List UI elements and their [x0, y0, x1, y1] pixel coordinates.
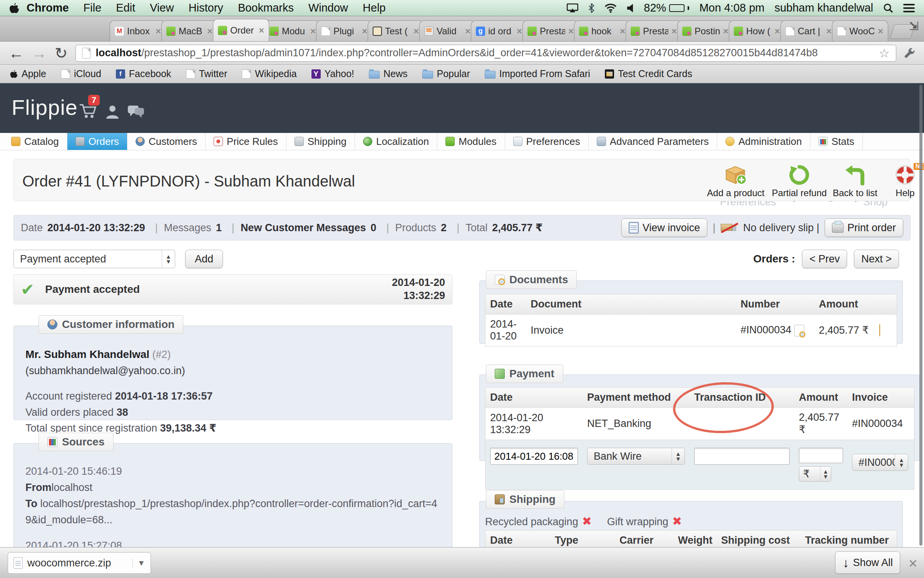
fullscreen-expand-icon[interactable]: ⇲: [909, 19, 919, 33]
nav-tab-orders[interactable]: Orders: [67, 133, 127, 150]
prev-order-button[interactable]: < Prev: [802, 250, 847, 268]
browser-tab[interactable]: Presta×: [522, 20, 579, 41]
tab-close-icon[interactable]: ×: [826, 26, 832, 37]
forward-button[interactable]: →: [32, 45, 47, 61]
browser-tab-active[interactable]: Order×: [213, 19, 269, 41]
cart-icon[interactable]: 7: [79, 103, 97, 119]
bookmark-yahoo[interactable]: YYahoo!: [311, 68, 354, 79]
battery-indicator[interactable]: 82%: [644, 2, 689, 14]
browser-tab[interactable]: MInbox×: [110, 20, 166, 41]
nav-tab-modules[interactable]: Modules: [437, 133, 505, 150]
nav-tab-price-rules[interactable]: Price Rules: [206, 133, 286, 150]
tab-close-icon[interactable]: ×: [517, 26, 522, 37]
tab-close-icon[interactable]: ×: [465, 26, 470, 37]
tab-close-icon[interactable]: ×: [207, 26, 213, 37]
browser-tab[interactable]: gid ord×: [471, 20, 527, 41]
nav-tab-shipping[interactable]: Shipping: [286, 133, 355, 150]
nav-tab-localization[interactable]: Localization: [355, 133, 437, 150]
browser-tab[interactable]: Postin×: [677, 20, 733, 41]
airplay-icon[interactable]: [567, 3, 578, 13]
chrome-menu-wrench-icon[interactable]: [904, 47, 916, 59]
messages-icon[interactable]: [127, 105, 145, 119]
menubar-item-window[interactable]: Window: [301, 2, 355, 14]
browser-tab[interactable]: WooC×: [832, 20, 888, 41]
download-options-chevron[interactable]: ▼: [132, 559, 145, 568]
browser-tab[interactable]: MacB×: [161, 20, 218, 41]
currency-select[interactable]: ₹ ▲▼: [799, 466, 831, 482]
bookmark-folder-popular[interactable]: Popular: [422, 68, 470, 79]
downloaded-file-button[interactable]: woocommerce.zip ▼: [8, 552, 151, 574]
tab-close-icon[interactable]: ×: [259, 25, 264, 36]
customers-online-icon[interactable]: [105, 105, 120, 119]
menubar-app-name[interactable]: Chrome: [19, 2, 76, 14]
browser-tab[interactable]: How (×: [729, 20, 785, 41]
nav-tab-customers[interactable]: Customers: [127, 133, 206, 150]
menubar-item-help[interactable]: Help: [355, 2, 393, 14]
wifi-icon[interactable]: [604, 3, 617, 13]
bookmark-folder-imported[interactable]: Imported From Safari: [485, 68, 590, 79]
tab-close-icon[interactable]: ×: [775, 26, 780, 37]
help-action[interactable]: NEW Help: [869, 164, 924, 198]
nav-tab-stats[interactable]: Stats: [810, 133, 863, 150]
edit-note-icon[interactable]: [879, 324, 880, 336]
menubar-item-file[interactable]: File: [76, 2, 109, 14]
next-order-button[interactable]: Next >: [854, 250, 899, 268]
payment-amount-input[interactable]: [799, 448, 843, 463]
add-product-action[interactable]: Add a product: [699, 164, 772, 198]
menubar-item-bookmarks[interactable]: Bookmarks: [231, 2, 301, 14]
browser-tab[interactable]: Plugi×: [316, 20, 372, 41]
bookmark-folder-news[interactable]: News: [369, 68, 408, 79]
tab-close-icon[interactable]: ×: [310, 26, 316, 37]
apple-menu-icon[interactable]: [9, 2, 19, 14]
browser-tab[interactable]: Valid×: [419, 20, 475, 41]
show-all-downloads-button[interactable]: ↓ Show All: [835, 551, 900, 574]
add-status-button[interactable]: Add: [185, 250, 223, 268]
address-bar[interactable]: localhost/prestashop_1/prestashop/admin1…: [75, 45, 896, 62]
bookmark-wikipedia[interactable]: Wikipedia: [242, 68, 296, 79]
tab-close-icon[interactable]: ×: [413, 26, 419, 37]
tab-close-icon[interactable]: ×: [723, 26, 728, 37]
bookmark-icloud[interactable]: iCloud: [61, 68, 101, 79]
shop-logo[interactable]: Flippie: [12, 95, 78, 120]
page-scrollbar[interactable]: [919, 85, 922, 546]
bookmark-test-credit-cards[interactable]: Test Credit Cards: [605, 68, 692, 79]
bookmark-apple[interactable]: Apple: [10, 68, 46, 79]
menubar-item-edit[interactable]: Edit: [109, 2, 142, 14]
browser-tab[interactable]: Cart |×: [780, 20, 837, 41]
view-invoice-button[interactable]: View invoice: [621, 218, 708, 237]
view-document-icon[interactable]: [794, 325, 804, 336]
payment-method-select[interactable]: Bank Wire ▲▼: [587, 448, 685, 465]
spotlight-icon[interactable]: [883, 3, 893, 13]
nav-tab-advanced-parameters[interactable]: Advanced Parameters: [589, 133, 717, 150]
menubar-user[interactable]: subham khandelwal: [775, 2, 873, 14]
nav-tab-administration[interactable]: Administration: [717, 133, 810, 150]
tab-close-icon[interactable]: ×: [620, 26, 625, 37]
payment-invoice-select[interactable]: #IN000034 ▲▼: [852, 454, 908, 471]
transaction-id-input[interactable]: [694, 448, 790, 465]
bookmark-star-icon[interactable]: ☆: [879, 46, 890, 60]
payment-date-input[interactable]: [490, 448, 578, 465]
bookmark-facebook[interactable]: fFacebook: [116, 68, 171, 79]
menubar-clock[interactable]: Mon 4:08 pm: [699, 2, 764, 14]
tab-close-icon[interactable]: ×: [878, 26, 883, 37]
tab-close-icon[interactable]: ×: [362, 26, 367, 37]
browser-tab[interactable]: Test (×: [368, 20, 424, 41]
close-downloads-bar-icon[interactable]: ✕: [908, 557, 918, 570]
back-button[interactable]: ←: [8, 45, 24, 61]
print-order-button[interactable]: Print order: [825, 218, 903, 237]
notification-center-icon[interactable]: [903, 4, 915, 12]
browser-tab[interactable]: hook×: [574, 20, 630, 41]
nav-tab-preferences[interactable]: Preferences: [505, 133, 589, 150]
volume-icon[interactable]: [627, 3, 634, 13]
browser-tab[interactable]: Presta×: [626, 20, 682, 41]
tab-close-icon[interactable]: ×: [568, 26, 574, 37]
tab-close-icon[interactable]: ×: [671, 26, 677, 37]
browser-tab[interactable]: Modu×: [264, 20, 321, 41]
bookmark-twitter[interactable]: Twitter: [186, 68, 228, 79]
menubar-item-history[interactable]: History: [181, 2, 231, 14]
nav-tab-catalog[interactable]: Catalog: [3, 133, 67, 150]
tab-close-icon[interactable]: ×: [156, 26, 161, 37]
menubar-item-view[interactable]: View: [142, 2, 181, 14]
order-status-select[interactable]: Payment accepted ▲▼: [13, 250, 175, 268]
reload-button[interactable]: ↻: [55, 45, 68, 61]
